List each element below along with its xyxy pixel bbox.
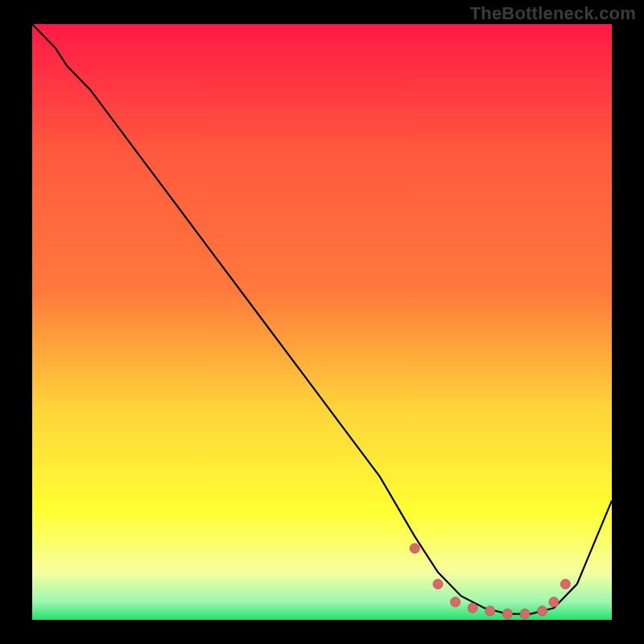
chart-frame: TheBottleneck.com — [0, 0, 644, 644]
gradient-background — [32, 24, 612, 620]
highlight-marker — [485, 606, 495, 616]
highlight-marker — [451, 597, 460, 607]
highlight-marker — [433, 580, 443, 589]
highlight-marker — [549, 597, 559, 607]
plot-area — [32, 24, 612, 620]
highlight-marker — [410, 543, 419, 553]
highlight-marker — [560, 580, 570, 589]
highlight-marker — [502, 609, 512, 619]
highlight-marker — [520, 609, 530, 619]
watermark-text: TheBottleneck.com — [470, 3, 636, 24]
highlight-marker — [538, 606, 547, 616]
highlight-marker — [468, 603, 477, 613]
bottleneck-chart — [32, 24, 612, 620]
